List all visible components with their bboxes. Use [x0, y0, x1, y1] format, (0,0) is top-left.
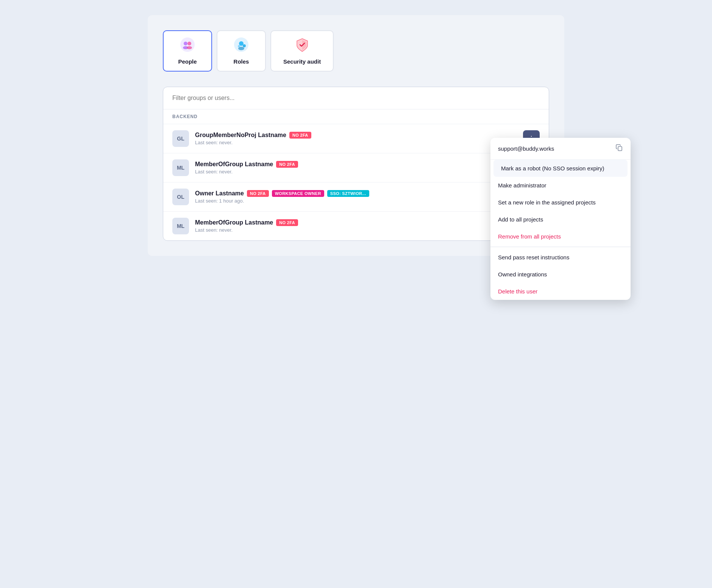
svg-point-2	[187, 42, 191, 45]
avatar: ML	[172, 159, 189, 176]
dropdown-item-owned-integrations[interactable]: Owned integrations	[490, 266, 631, 283]
dropdown-item-set-role[interactable]: Set a new role in the assigned projects	[490, 194, 631, 211]
user-name-row: MemberOfGroup Lastname NO 2FA	[195, 161, 540, 168]
tabs-container: People Roles Sec	[163, 30, 549, 72]
dropdown-item-mark-robot[interactable]: Mark as a robot (No SSO session expiry)	[493, 160, 628, 177]
avatar: ML	[172, 218, 189, 234]
action-menu-button[interactable]: ⋮ support@buddy.works	[523, 130, 540, 147]
user-name-row: Owner Lastname NO 2FA WORKSPACE OWNER SS…	[195, 190, 540, 197]
roles-icon	[234, 37, 249, 55]
user-list: GL GroupMemberNoProj Lastname NO 2FA Las…	[163, 124, 549, 240]
copy-icon[interactable]	[615, 144, 623, 153]
svg-point-1	[184, 42, 187, 45]
avatar: OL	[172, 189, 189, 205]
user-name-row: MemberOfGroup Lastname NO 2FA	[195, 219, 540, 226]
user-info: GroupMemberNoProj Lastname NO 2FA Last s…	[195, 132, 517, 145]
group-label: BACKEND	[163, 109, 549, 124]
badge-no2fa: NO 2FA	[276, 161, 298, 168]
user-info: MemberOfGroup Lastname NO 2FA Last seen:…	[195, 161, 540, 175]
user-last-seen: Last seen: 1 hour ago.	[195, 198, 540, 204]
svg-point-0	[180, 37, 195, 52]
dropdown-email: support@buddy.works	[498, 145, 554, 152]
badge-no2fa: NO 2FA	[289, 132, 311, 139]
tab-roles-label: Roles	[234, 58, 249, 65]
people-icon	[180, 37, 195, 55]
svg-point-9	[238, 45, 240, 47]
dropdown-item-add-all[interactable]: Add to all projects	[490, 211, 631, 228]
dropdown-menu: support@buddy.works Mark as a robot (No …	[490, 138, 631, 300]
table-row: GL GroupMemberNoProj Lastname NO 2FA Las…	[163, 124, 549, 153]
filter-input[interactable]	[172, 95, 540, 101]
avatar: GL	[172, 130, 189, 147]
svg-rect-10	[618, 147, 622, 151]
user-name: Owner Lastname	[195, 190, 244, 197]
avatar-initials: ML	[177, 223, 184, 229]
user-name: MemberOfGroup Lastname	[195, 161, 273, 168]
badge-no2fa: NO 2FA	[247, 190, 269, 197]
badge-sso: SSO: SZTWIOR...	[327, 190, 369, 197]
security-icon	[295, 37, 310, 55]
user-name: MemberOfGroup Lastname	[195, 219, 273, 226]
user-info: Owner Lastname NO 2FA WORKSPACE OWNER SS…	[195, 190, 540, 204]
dropdown-item-send-pass[interactable]: Send pass reset instructions	[490, 249, 631, 266]
svg-point-4	[187, 46, 192, 49]
avatar-initials: OL	[177, 194, 184, 200]
svg-point-7	[243, 44, 246, 47]
dropdown-item-delete-user[interactable]: Delete this user	[490, 283, 631, 300]
user-name: GroupMemberNoProj Lastname	[195, 132, 286, 139]
user-last-seen: Last seen: never.	[195, 169, 540, 175]
filter-section	[163, 87, 549, 109]
avatar-initials: GL	[177, 136, 184, 142]
dropdown-header: support@buddy.works	[490, 138, 631, 160]
tab-security[interactable]: Security audit	[270, 30, 334, 72]
badge-no2fa: NO 2FA	[276, 219, 298, 226]
dropdown-divider	[490, 246, 631, 247]
dropdown-item-remove-all[interactable]: Remove from all projects	[490, 228, 631, 245]
tab-people[interactable]: People	[163, 30, 212, 72]
tab-people-label: People	[178, 58, 197, 65]
svg-point-6	[239, 41, 244, 46]
main-container: People Roles Sec	[148, 15, 564, 256]
badge-workspace-owner: WORKSPACE OWNER	[272, 190, 324, 197]
content-area: BACKEND GL GroupMemberNoProj Lastname NO…	[163, 87, 549, 241]
user-last-seen: Last seen: never.	[195, 140, 517, 145]
user-last-seen: Last seen: never.	[195, 227, 540, 233]
tab-security-label: Security audit	[283, 58, 321, 65]
user-info: MemberOfGroup Lastname NO 2FA Last seen:…	[195, 219, 540, 233]
avatar-initials: ML	[177, 165, 184, 171]
user-name-row: GroupMemberNoProj Lastname NO 2FA	[195, 132, 517, 139]
dropdown-item-make-admin[interactable]: Make administrator	[490, 177, 631, 194]
tab-roles[interactable]: Roles	[217, 30, 266, 72]
